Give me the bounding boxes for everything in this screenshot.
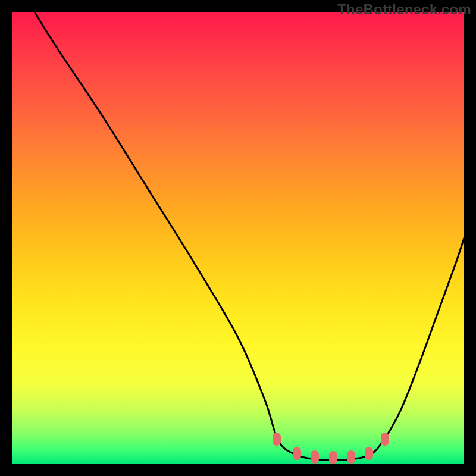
- valley-marker: [311, 450, 319, 464]
- valley-marker: [347, 450, 355, 464]
- valley-marker: [381, 433, 389, 446]
- watermark-text: TheBottleneck.com: [337, 1, 471, 18]
- valley-marker: [365, 447, 373, 460]
- chart-frame: TheBottleneck.com: [0, 0, 476, 476]
- valley-marker: [329, 451, 337, 464]
- valley-marker: [293, 447, 301, 460]
- marker-layer: [12, 12, 464, 464]
- valley-marker: [273, 433, 281, 446]
- plot-area: [12, 12, 464, 464]
